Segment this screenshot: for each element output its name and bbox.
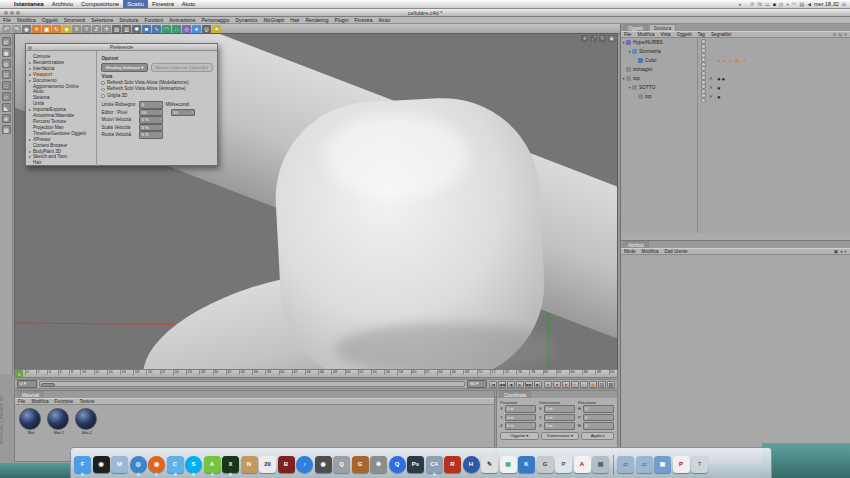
object-manager-menu-item[interactable]: Oggetti — [674, 32, 695, 37]
toggle-view-icon[interactable]: ▣ — [608, 35, 615, 42]
dock-image-file[interactable]: ▦ — [592, 456, 609, 473]
dock-adium[interactable]: A — [204, 456, 221, 473]
convert-tool-icon[interactable]: ⇄ — [2, 37, 11, 46]
dock-cinema4d[interactable]: C4 — [426, 456, 443, 473]
dock-red-app[interactable]: R — [444, 456, 461, 473]
dock-safari[interactable]: ◎ — [130, 456, 147, 473]
panel-menu-icon[interactable]: ≡ — [844, 249, 847, 254]
material-preview-sphere[interactable] — [19, 408, 41, 430]
spotlight-icon[interactable]: ⊙ — [842, 1, 846, 7]
dock-numbers[interactable]: ▤ — [500, 456, 517, 473]
position-input[interactable]: 0 m — [505, 405, 536, 413]
dock-folder-stack-1[interactable]: ▱ — [617, 456, 634, 473]
object-manager-menu-item[interactable]: Vista — [658, 32, 674, 37]
object-manager-tab[interactable]: Struttura — [649, 24, 677, 31]
axis-y-icon[interactable]: Y — [82, 25, 91, 33]
object-name[interactable]: Simmetria — [639, 49, 661, 54]
dock-game-app[interactable]: X — [222, 456, 239, 473]
attribute-manager-tab[interactable]: Attributi — [623, 241, 649, 248]
object-name[interactable]: SOTTO — [639, 85, 655, 90]
field-value-input[interactable]: 5 % — [139, 131, 163, 139]
attribute-menu-item[interactable]: Modifica — [639, 249, 662, 254]
object-manager-menu-item[interactable]: Segnalibri — [708, 32, 734, 37]
goto-start-button[interactable]: |◀ — [489, 381, 497, 388]
autokey-button[interactable]: ● — [553, 381, 561, 388]
primitive-cube-icon[interactable]: ■ — [142, 25, 151, 33]
checkbox[interactable] — [101, 94, 105, 98]
last-tool-icon[interactable]: ◈ — [62, 25, 71, 33]
array-icon[interactable]: ∷ — [172, 25, 181, 33]
material-thumbnail[interactable]: Mat.1 — [47, 408, 71, 435]
materials-menu-item[interactable]: Funzione — [52, 399, 77, 404]
dimension-input[interactable]: 0 m — [544, 422, 575, 430]
object-manager-tab[interactable]: Oggetti — [623, 24, 648, 31]
coord-system-icon[interactable]: ✢ — [102, 25, 111, 33]
dock-blue-app[interactable]: H — [463, 456, 480, 473]
app-menu-item[interactable]: Plugin — [332, 17, 352, 23]
record-button[interactable]: ● — [544, 381, 552, 388]
dock-preview[interactable]: P — [555, 456, 572, 473]
dock-grab-app[interactable]: G — [537, 456, 554, 473]
edges-mode-icon[interactable]: ▱ — [2, 92, 11, 101]
app-menu-item[interactable]: Modifica — [14, 17, 39, 23]
enable-state-icon[interactable]: ✕ — [709, 76, 713, 81]
texture-mode-icon[interactable]: ◍ — [2, 59, 11, 68]
field-value-input[interactable]: 0 — [139, 101, 163, 109]
materials-tab[interactable]: Materiali — [17, 391, 44, 398]
material-thumbnail[interactable]: Mat — [19, 408, 43, 435]
status-icon[interactable]: ▤ — [799, 1, 804, 7]
play-button[interactable]: ▶ — [516, 381, 524, 388]
rotation-input[interactable]: 0 ° — [583, 405, 614, 413]
dock-scrapbook[interactable]: B — [278, 456, 295, 473]
field-value-input[interactable]: 5 % — [139, 124, 163, 132]
menubar-item[interactable]: Aiuto — [178, 0, 200, 8]
dock-ichat[interactable]: C — [167, 456, 184, 473]
end-frame-input[interactable]: 90 F — [467, 380, 487, 388]
materials-menu-item[interactable]: File — [15, 399, 28, 404]
dimension-input[interactable]: 0 m — [544, 414, 575, 422]
object-mode-dropdown[interactable]: Oggetto ▾ — [500, 432, 539, 440]
playhead-marker[interactable]: 0 — [15, 370, 23, 378]
spline-icon[interactable]: ∿ — [152, 25, 161, 33]
position-input[interactable]: 0 m — [505, 422, 536, 430]
nurbs-icon[interactable]: ◠ — [162, 25, 171, 33]
dock-ical[interactable]: 20 — [259, 456, 276, 473]
prev-key-button[interactable]: ◀◀ — [498, 381, 506, 388]
dock-divider[interactable] — [611, 456, 616, 473]
target-icon[interactable]: ◎ — [838, 32, 842, 37]
dock-quicktime[interactable]: Q — [389, 456, 406, 473]
menubar-clock[interactable]: mer 18.32 — [814, 1, 839, 7]
menubar-item[interactable]: Istantanea — [10, 0, 48, 8]
dock-finder[interactable]: F — [74, 456, 91, 473]
material-tags[interactable]: ● — [717, 94, 722, 100]
axis-z-icon[interactable]: Z — [92, 25, 101, 33]
app-menu-item[interactable]: MoGraph — [260, 17, 287, 23]
scale-tool-icon[interactable]: ▣ — [42, 25, 51, 33]
object-row[interactable]: top ✕ ● — [621, 92, 850, 101]
enable-state-icon[interactable]: ✕ — [709, 85, 713, 90]
goto-end-button[interactable]: ▶| — [534, 381, 542, 388]
checkbox[interactable] — [101, 88, 105, 92]
app-menu-item[interactable]: Hair — [287, 17, 302, 23]
app-menu-item[interactable]: Oggetti — [39, 17, 61, 23]
app-menu-item[interactable]: Struttura — [116, 17, 141, 23]
rotate-view-icon[interactable]: ↻ — [599, 35, 606, 42]
field-value-input[interactable]: 5 % — [139, 116, 163, 124]
dock-garageband[interactable]: G — [352, 456, 369, 473]
model-mode-icon[interactable]: ▣ — [2, 48, 11, 57]
keyframe-button[interactable]: ● — [562, 381, 570, 388]
dimension-mode-dropdown[interactable]: Dimensione ▾ — [541, 432, 580, 440]
preferences-category[interactable]: Hair — [29, 160, 96, 166]
frame-range-slider[interactable] — [39, 381, 465, 387]
material-tags[interactable]: ● — [717, 85, 722, 91]
materials-menu-item[interactable]: Texture — [76, 399, 97, 404]
live-selection-icon[interactable]: ◉ — [22, 25, 31, 33]
status-icon[interactable]: ◀ — [807, 1, 811, 7]
object-manager-menu-item[interactable]: File — [621, 32, 634, 37]
app-menu-item[interactable]: Dynamics — [233, 17, 261, 23]
materials-menu-item[interactable]: Modifica — [28, 399, 51, 404]
enable-state-icon[interactable]: ✕ — [709, 94, 713, 99]
menubar-item[interactable]: Archivio — [48, 0, 77, 8]
current-frame-input[interactable]: 0 F — [17, 380, 37, 388]
key-position-button[interactable]: ✛ — [571, 381, 579, 388]
